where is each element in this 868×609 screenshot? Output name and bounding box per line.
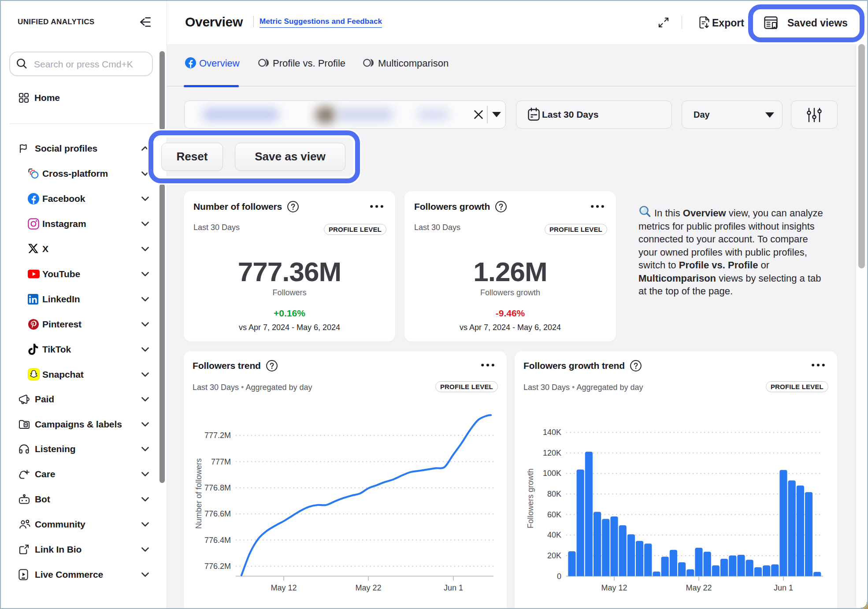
svg-text:40K: 40K <box>547 531 561 539</box>
svg-text:0: 0 <box>557 572 561 581</box>
svg-text:Followers growth: Followers growth <box>526 468 535 528</box>
svg-text:776.2M: 776.2M <box>204 562 231 571</box>
svg-text:May 12: May 12 <box>271 583 297 592</box>
svg-text:May 22: May 22 <box>355 583 381 592</box>
svg-text:100K: 100K <box>543 469 561 478</box>
svg-text:80K: 80K <box>547 490 561 498</box>
svg-text:776.6M: 776.6M <box>204 509 231 518</box>
svg-text:120K: 120K <box>543 449 561 457</box>
svg-text:Jun 1: Jun 1 <box>774 583 793 592</box>
svg-text:Number of followers: Number of followers <box>194 458 203 529</box>
svg-text:140K: 140K <box>543 428 561 437</box>
svg-text:777M: 777M <box>211 457 231 466</box>
svg-text:20K: 20K <box>547 551 561 560</box>
svg-text:60K: 60K <box>547 510 561 519</box>
svg-text:776.8M: 776.8M <box>204 483 231 492</box>
svg-text:Jun 1: Jun 1 <box>444 583 463 592</box>
svg-text:777.2M: 777.2M <box>204 431 231 440</box>
svg-text:May 12: May 12 <box>601 583 627 592</box>
svg-text:776.4M: 776.4M <box>204 536 231 545</box>
svg-text:May 22: May 22 <box>686 583 712 592</box>
